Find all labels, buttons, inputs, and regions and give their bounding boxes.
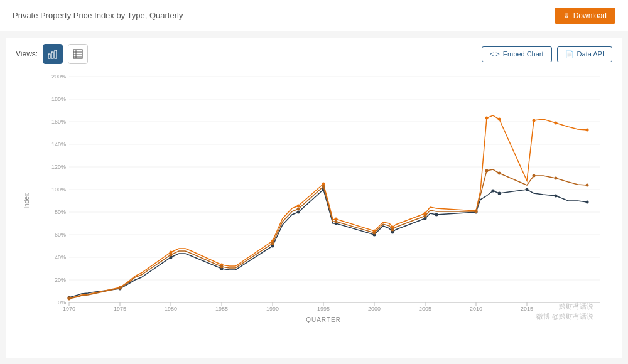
svg-point-68 (555, 195, 558, 198)
chart-container: Views: < > Embe (6, 38, 622, 358)
svg-point-89 (170, 254, 173, 257)
svg-point-57 (297, 211, 300, 214)
svg-point-66 (498, 192, 501, 195)
svg-text:200%: 200% (51, 73, 66, 80)
svg-point-67 (526, 188, 529, 191)
svg-point-101 (533, 174, 536, 178)
svg-text:60%: 60% (55, 232, 66, 238)
top-bar: Private Property Price Index by Type, Qu… (0, 0, 628, 31)
views-label: Views: (16, 50, 38, 58)
svg-point-94 (335, 220, 338, 223)
download-icon: ⇓ (563, 11, 570, 20)
svg-point-91 (271, 242, 274, 245)
data-api-button[interactable]: 📄 Data API (557, 46, 612, 62)
chart-view-button[interactable] (43, 44, 63, 64)
svg-rect-0 (48, 54, 50, 58)
svg-text:80%: 80% (55, 209, 66, 215)
svg-point-97 (424, 215, 427, 218)
svg-text:140%: 140% (51, 141, 66, 147)
table-view-button[interactable] (68, 44, 88, 64)
data-api-label: Data API (577, 50, 604, 58)
svg-text:20%: 20% (55, 277, 66, 283)
svg-point-95 (373, 232, 376, 235)
watermark-line2: 微博 @黔财有话说 (536, 312, 593, 321)
svg-point-102 (555, 177, 558, 180)
svg-point-100 (498, 172, 501, 175)
svg-point-103 (586, 184, 589, 187)
svg-text:1990: 1990 (266, 306, 279, 312)
svg-point-87 (68, 297, 71, 301)
views-section: Views: (16, 44, 88, 64)
chart-area: Index 0% 20% 40% 60% (41, 70, 606, 340)
svg-text:2015: 2015 (521, 306, 533, 312)
svg-point-83 (498, 118, 501, 121)
svg-text:2000: 2000 (368, 306, 381, 312)
toolbar: Views: < > Embe (16, 44, 612, 64)
svg-point-99 (485, 169, 489, 173)
svg-point-85 (555, 122, 558, 125)
svg-point-82 (485, 117, 489, 120)
svg-point-96 (391, 228, 394, 232)
svg-text:1985: 1985 (215, 306, 228, 312)
svg-text:40%: 40% (55, 254, 66, 260)
svg-point-86 (586, 129, 589, 132)
svg-text:1995: 1995 (317, 306, 330, 312)
svg-text:180%: 180% (51, 96, 66, 102)
svg-text:0%: 0% (58, 299, 66, 306)
watermark: 黔财有话说 微博 @黔财有话说 (536, 302, 593, 321)
svg-point-84 (533, 119, 536, 122)
chart-svg: 0% 20% 40% 60% 80% 100% 120% 140% 160% 1… (41, 70, 606, 315)
series-dark (69, 190, 587, 297)
svg-point-98 (475, 210, 478, 213)
svg-text:100%: 100% (51, 186, 66, 193)
svg-point-92 (297, 208, 300, 211)
svg-text:1970: 1970 (63, 306, 75, 312)
download-label: Download (573, 11, 607, 20)
svg-text:120%: 120% (51, 164, 66, 170)
svg-point-93 (322, 185, 325, 188)
api-icon: 📄 (565, 50, 574, 58)
embed-chart-label: Embed Chart (503, 50, 544, 58)
svg-rect-2 (55, 50, 57, 58)
svg-point-75 (297, 205, 300, 208)
y-axis-label: Index (23, 193, 30, 208)
embed-icon: < > (490, 50, 500, 58)
svg-text:1975: 1975 (114, 306, 126, 312)
svg-text:160%: 160% (51, 119, 66, 125)
svg-point-90 (220, 265, 224, 269)
svg-text:2010: 2010 (470, 306, 482, 312)
series-brown (69, 169, 587, 299)
svg-point-69 (586, 201, 589, 204)
embed-chart-button[interactable]: < > Embed Chart (482, 46, 552, 62)
x-axis-label: QUARTER (41, 316, 606, 323)
svg-text:2005: 2005 (419, 306, 431, 312)
svg-point-65 (492, 190, 495, 193)
download-button[interactable]: ⇓ Download (555, 8, 615, 24)
svg-rect-1 (51, 52, 53, 58)
action-buttons: < > Embed Chart 📄 Data API (482, 46, 612, 62)
svg-text:1980: 1980 (165, 306, 177, 312)
page-title: Private Property Price Index by Type, Qu… (13, 11, 183, 20)
watermark-line1: 黔财有话说 (536, 302, 593, 311)
svg-point-88 (119, 287, 122, 290)
svg-point-63 (435, 213, 438, 217)
